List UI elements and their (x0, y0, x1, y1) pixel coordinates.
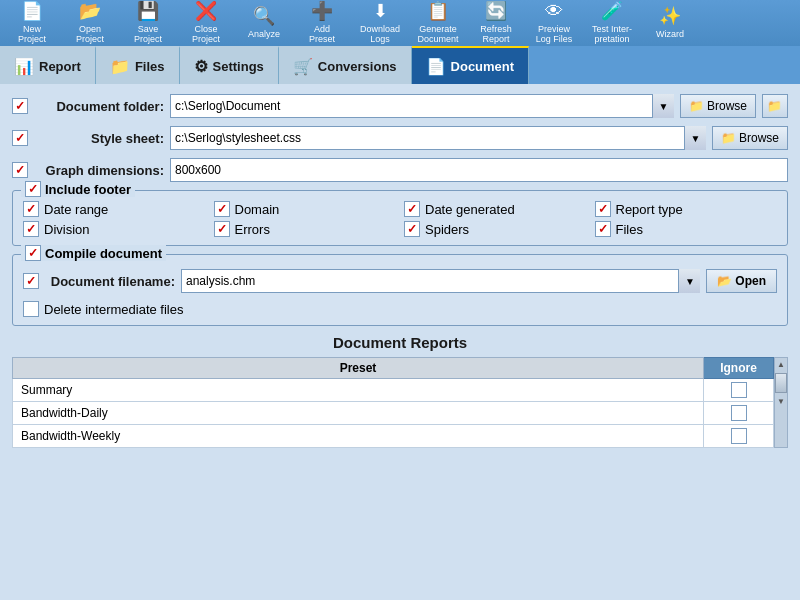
domain-checkbox[interactable]: ✓ (214, 201, 230, 217)
compile-content: ✓ Document filename: analysis.chm ▼ 📂 Op… (23, 269, 777, 317)
date-generated-checkbox[interactable]: ✓ (404, 201, 420, 217)
style-sheet-checkbox[interactable]: ✓ (12, 130, 28, 146)
col-preset: Preset (13, 358, 704, 379)
open-btn[interactable]: 📂 Open (706, 269, 777, 293)
compile-document-title: ✓ Compile document (21, 245, 166, 261)
graph-dimensions-label: Graph dimensions: (34, 163, 164, 178)
report-type-label: Report type (616, 202, 683, 217)
scrollbar-thumb[interactable] (775, 373, 787, 393)
document-reports-section: Document Reports Preset Ignore Summary (12, 334, 788, 448)
toolbar-btn-add-preset[interactable]: ➕Add Preset (294, 2, 350, 44)
division-label: Division (44, 222, 90, 237)
domain-label: Domain (235, 202, 280, 217)
generate-doc-icon: 📋 (427, 1, 449, 23)
include-footer-checkbox[interactable]: ✓ (25, 181, 41, 197)
content-area: ✓ Document folder: c:\Serlog\Document ▼ … (0, 84, 800, 600)
errors-label: Errors (235, 222, 270, 237)
footer-cb-files: ✓ Files (595, 221, 778, 237)
footer-cb-date-generated: ✓ Date generated (404, 201, 587, 217)
files-checkbox[interactable]: ✓ (595, 221, 611, 237)
division-checkbox[interactable]: ✓ (23, 221, 39, 237)
style-sheet-browse-btn[interactable]: 📁 Browse (712, 126, 788, 150)
new-project-icon: 📄 (21, 1, 43, 23)
graph-dimensions-checkbox[interactable]: ✓ (12, 162, 28, 178)
style-sheet-label: Style sheet: (34, 131, 164, 146)
tab-conversions[interactable]: 🛒Conversions (279, 46, 412, 84)
folder-icon: 📁 (767, 99, 782, 113)
tab-settings[interactable]: ⚙Settings (180, 46, 279, 84)
toolbar-btn-generate-doc[interactable]: 📋Generate Document (410, 2, 466, 44)
document-folder-row: ✓ Document folder: c:\Serlog\Document ▼ … (12, 94, 788, 118)
download-logs-icon: ⬇ (373, 1, 388, 23)
toolbar-btn-refresh-report[interactable]: 🔄Refresh Report (468, 2, 524, 44)
table-row: Summary (13, 379, 774, 402)
tab-label-report: Report (39, 59, 81, 74)
scrollbar-down-arrow[interactable]: ▼ (775, 395, 787, 408)
tab-label-files: Files (135, 59, 165, 74)
save-project-icon: 💾 (137, 1, 159, 23)
tab-report[interactable]: 📊Report (0, 46, 96, 84)
toolbar-btn-open-project[interactable]: 📂Open Project (62, 2, 118, 44)
delete-intermediate-label: Delete intermediate files (44, 302, 183, 317)
reports-table-scroll[interactable]: Preset Ignore Summary Bandwidth-Daily (12, 357, 774, 448)
graph-dimensions-input[interactable] (170, 158, 788, 182)
delete-intermediate-checkbox[interactable] (23, 301, 39, 317)
row-ignore-bandwidth-daily (704, 402, 774, 425)
row-name-bandwidth-daily: Bandwidth-Daily (13, 402, 704, 425)
errors-checkbox[interactable]: ✓ (214, 221, 230, 237)
tab-label-document: Document (451, 59, 515, 74)
toolbar-btn-test-interp[interactable]: 🧪Test Inter- pretation (584, 2, 640, 44)
tab-icon-settings: ⚙ (194, 57, 208, 76)
browse-icon-2: 📁 (721, 131, 736, 145)
summary-ignore-checkbox[interactable] (731, 382, 747, 398)
report-type-checkbox[interactable]: ✓ (595, 201, 611, 217)
toolbar-btn-new-project[interactable]: 📄New Project (4, 2, 60, 44)
bandwidth-weekly-ignore-checkbox[interactable] (731, 428, 747, 444)
spiders-checkbox[interactable]: ✓ (404, 221, 420, 237)
document-folder-browse-btn2[interactable]: 📁 (762, 94, 788, 118)
tab-document[interactable]: 📄Document (412, 46, 530, 84)
graph-dimensions-row: ✓ Graph dimensions: (12, 158, 788, 182)
style-sheet-select[interactable]: c:\Serlog\stylesheet.css (170, 126, 706, 150)
document-folder-select[interactable]: c:\Serlog\Document (170, 94, 674, 118)
analyze-icon: 🔍 (253, 6, 275, 28)
toolbar-btn-close-project[interactable]: ❌Close Project (178, 2, 234, 44)
toolbar-btn-analyze[interactable]: 🔍Analyze (236, 2, 292, 44)
doc-filename-select-wrapper: analysis.chm ▼ (181, 269, 700, 293)
tab-icon-files: 📁 (110, 57, 130, 76)
refresh-report-icon: 🔄 (485, 1, 507, 23)
tab-files[interactable]: 📁Files (96, 46, 180, 84)
style-sheet-row: ✓ Style sheet: c:\Serlog\stylesheet.css … (12, 126, 788, 150)
toolbar-btn-save-project[interactable]: 💾Save Project (120, 2, 176, 44)
document-reports-title: Document Reports (12, 334, 788, 351)
files-label: Files (616, 222, 643, 237)
row-ignore-bandwidth-weekly (704, 425, 774, 448)
style-sheet-select-wrapper: c:\Serlog\stylesheet.css ▼ (170, 126, 706, 150)
footer-cb-errors: ✓ Errors (214, 221, 397, 237)
table-row: Bandwidth-Daily (13, 402, 774, 425)
add-preset-icon: ➕ (311, 1, 333, 23)
document-folder-select-wrapper: c:\Serlog\Document ▼ (170, 94, 674, 118)
date-range-checkbox[interactable]: ✓ (23, 201, 39, 217)
toolbar-btn-download-logs[interactable]: ⬇Download Logs (352, 2, 408, 44)
row-name-summary: Summary (13, 379, 704, 402)
reports-table-header: Preset Ignore (13, 358, 774, 379)
row-name-bandwidth-weekly: Bandwidth-Weekly (13, 425, 704, 448)
doc-filename-select[interactable]: analysis.chm (181, 269, 700, 293)
close-project-icon: ❌ (195, 1, 217, 23)
include-footer-group: ✓ Include footer ✓ Date range ✓ Domain ✓… (12, 190, 788, 246)
reports-table: Preset Ignore Summary Bandwidth-Daily (12, 357, 774, 448)
footer-cb-division: ✓ Division (23, 221, 206, 237)
toolbar-btn-preview-log[interactable]: 👁Preview Log Files (526, 2, 582, 44)
date-generated-label: Date generated (425, 202, 515, 217)
toolbar-btn-wizard[interactable]: ✨Wizard (642, 2, 698, 44)
compile-document-checkbox[interactable]: ✓ (25, 245, 41, 261)
row-ignore-summary (704, 379, 774, 402)
scrollbar-up-arrow[interactable]: ▲ (775, 358, 787, 371)
document-folder-browse-btn[interactable]: 📁 Browse (680, 94, 756, 118)
doc-filename-checkbox[interactable]: ✓ (23, 273, 39, 289)
bandwidth-daily-ignore-checkbox[interactable] (731, 405, 747, 421)
tabs: 📊Report📁Files⚙Settings🛒Conversions📄Docum… (0, 46, 800, 84)
document-folder-checkbox[interactable]: ✓ (12, 98, 28, 114)
tab-icon-report: 📊 (14, 57, 34, 76)
